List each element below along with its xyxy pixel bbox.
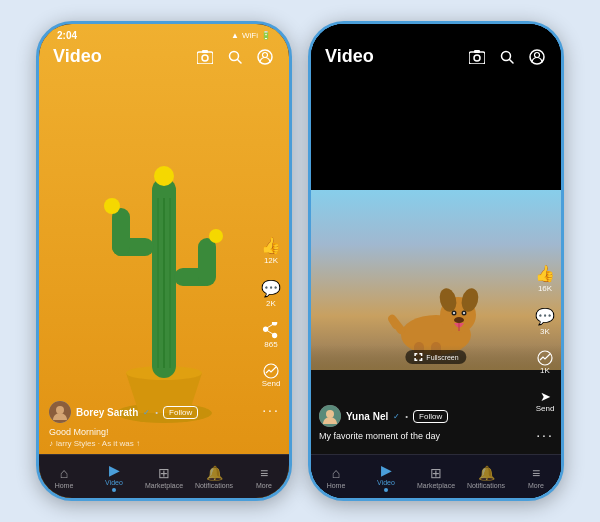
nav-marketplace-1[interactable]: ⊞ Marketplace <box>139 465 189 489</box>
more-action[interactable]: ··· <box>262 402 280 418</box>
user-name-1: Borey Sarath <box>76 407 138 418</box>
send-action-2[interactable]: ➤ Send <box>536 389 555 413</box>
follow-button-1[interactable]: Follow <box>163 406 198 419</box>
share-action-2[interactable]: 1K <box>537 350 553 375</box>
home-icon-2: ⌂ <box>332 465 340 481</box>
svg-point-37 <box>463 312 465 314</box>
like-action[interactable]: 👍 12K <box>261 236 281 265</box>
active-indicator-2 <box>384 488 388 492</box>
phone-2: 2:04 ▲ WiFi 🔋 Video <box>308 21 564 501</box>
verified-badge-2: ✓ <box>393 412 400 421</box>
home-label-2: Home <box>327 482 346 489</box>
messenger-icon-2 <box>537 350 553 366</box>
cactus-illustration <box>84 118 244 438</box>
svg-point-24 <box>474 55 480 61</box>
more-icon: ≡ <box>260 465 268 481</box>
svg-point-22 <box>56 406 64 414</box>
svg-point-16 <box>209 229 223 243</box>
more-icon-2: ≡ <box>532 465 540 481</box>
nav-marketplace-2[interactable]: ⊞ Marketplace <box>411 465 461 489</box>
music-text-1: larry Styles · As it was ↑ <box>56 439 140 448</box>
camera-icon-2[interactable] <box>467 47 487 67</box>
comment-count-2: 3K <box>540 327 550 336</box>
send-action[interactable]: Send <box>262 363 281 388</box>
home-label-1: Home <box>55 482 74 489</box>
header-icons-2 <box>467 47 547 67</box>
svg-rect-11 <box>112 208 130 256</box>
nav-notifications-2[interactable]: 🔔 Notifications <box>461 465 511 489</box>
nav-more-2[interactable]: ≡ More <box>511 465 561 489</box>
caption-1: Good Morning! <box>49 427 239 437</box>
svg-rect-23 <box>469 52 485 64</box>
video-info-1: Borey Sarath ✓ • Follow Good Morning! ♪ … <box>49 401 239 448</box>
more-label-2: More <box>528 482 544 489</box>
comment-action[interactable]: 💬 2K <box>261 279 281 308</box>
like-action-2[interactable]: 👍 16K <box>535 264 555 293</box>
more-label-1: More <box>256 482 272 489</box>
notifications-label-1: Notifications <box>195 482 233 489</box>
active-indicator-1 <box>112 488 116 492</box>
search-icon-2[interactable] <box>497 47 517 67</box>
comment-icon: 💬 <box>261 279 281 298</box>
video-label-1: Video <box>105 479 123 486</box>
music-row-1: ♪ larry Styles · As it was ↑ <box>49 439 239 448</box>
more-action-2[interactable]: ··· <box>536 427 554 443</box>
svg-rect-2 <box>202 50 208 53</box>
profile-icon-2[interactable] <box>527 47 547 67</box>
app-title-1: Video <box>53 46 102 67</box>
notifications-label-2: Notifications <box>467 482 505 489</box>
video-area-2: Fullscreen 👍 16K 💬 3K <box>311 24 561 498</box>
bottom-nav-1: ⌂ Home ▶ Video ⊞ Marketplace 🔔 Notificat… <box>39 454 289 498</box>
notifications-icon-2: 🔔 <box>478 465 495 481</box>
caption-2: My favorite moment of the day <box>319 431 513 441</box>
nav-video-1[interactable]: ▶ Video <box>89 462 139 492</box>
svg-point-38 <box>454 317 464 323</box>
comment-action-2[interactable]: 💬 3K <box>535 307 555 336</box>
svg-point-20 <box>264 364 278 378</box>
svg-point-15 <box>104 198 120 214</box>
nav-more-1[interactable]: ≡ More <box>239 465 289 489</box>
avatar-1 <box>49 401 71 423</box>
app-header-1: Video <box>39 24 289 73</box>
svg-point-1 <box>202 55 208 61</box>
home-icon: ⌂ <box>60 465 68 481</box>
fullscreen-label: Fullscreen <box>426 354 458 361</box>
marketplace-icon-2: ⊞ <box>430 465 442 481</box>
follow-button-2[interactable]: Follow <box>413 410 448 423</box>
video-label-2: Video <box>377 479 395 486</box>
svg-rect-25 <box>474 50 480 53</box>
camera-icon[interactable] <box>195 47 215 67</box>
share-icon <box>262 322 280 340</box>
dot-separator-2: • <box>405 412 408 421</box>
svg-rect-13 <box>198 238 216 286</box>
svg-point-41 <box>538 351 552 365</box>
like-icon: 👍 <box>261 236 281 255</box>
search-icon[interactable] <box>225 47 245 67</box>
like-count: 12K <box>264 256 278 265</box>
app-header-2: Video <box>311 24 561 73</box>
profile-icon[interactable] <box>255 47 275 67</box>
nav-home-1[interactable]: ⌂ Home <box>39 465 89 489</box>
share-count-2: 1K <box>540 366 550 375</box>
nav-home-2[interactable]: ⌂ Home <box>311 465 361 489</box>
verified-badge-1: ✓ <box>143 408 150 417</box>
main-container: 2:04 ▲ WiFi 🔋 Video <box>16 1 584 521</box>
fullscreen-badge[interactable]: Fullscreen <box>405 350 466 364</box>
phone-1: 2:04 ▲ WiFi 🔋 Video <box>36 21 292 501</box>
notifications-icon: 🔔 <box>206 465 223 481</box>
video-info-2: Yuna Nel ✓ • Follow My favorite moment o… <box>319 405 513 443</box>
user-name-2: Yuna Nel <box>346 411 388 422</box>
user-row-1: Borey Sarath ✓ • Follow <box>49 401 239 423</box>
more-dots-2: ··· <box>536 427 554 443</box>
svg-point-6 <box>263 52 268 57</box>
share-action[interactable]: 865 <box>262 322 280 349</box>
bottom-nav-2: ⌂ Home ▶ Video ⊞ Marketplace 🔔 Notificat… <box>311 454 561 498</box>
nav-notifications-1[interactable]: 🔔 Notifications <box>189 465 239 489</box>
header-icons-1 <box>195 47 275 67</box>
svg-point-14 <box>154 166 174 186</box>
music-icon: ♪ <box>49 439 53 448</box>
comment-count: 2K <box>266 299 276 308</box>
svg-line-4 <box>238 59 242 63</box>
nav-video-2[interactable]: ▶ Video <box>361 462 411 492</box>
dog-video: Fullscreen <box>311 190 561 370</box>
